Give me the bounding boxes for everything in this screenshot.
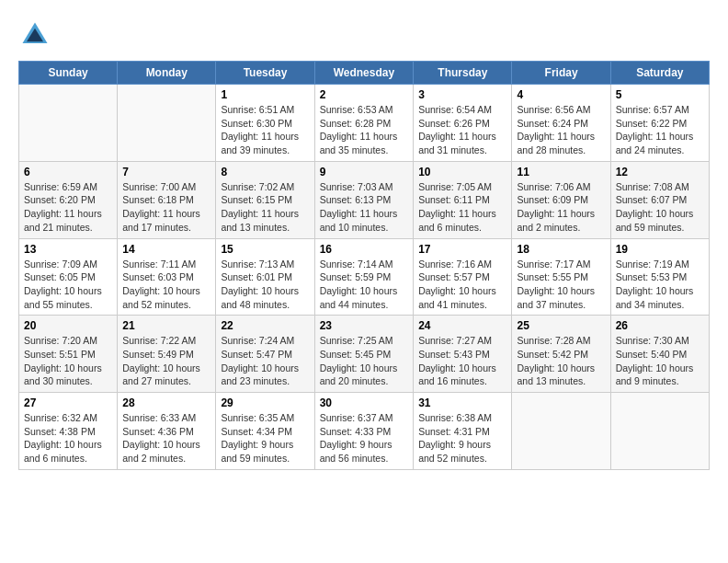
day-number: 16	[320, 243, 409, 256]
day-number: 6	[24, 166, 112, 178]
calendar-cell: 17Sunrise: 7:16 AM Sunset: 5:57 PM Dayli…	[414, 238, 512, 316]
day-info: Sunrise: 7:20 AM Sunset: 5:51 PM Dayligh…	[24, 334, 112, 388]
calendar-cell	[19, 85, 118, 162]
day-number: 27	[24, 396, 112, 409]
day-info: Sunrise: 6:38 AM Sunset: 4:31 PM Dayligh…	[418, 411, 506, 465]
calendar-cell: 20Sunrise: 7:20 AM Sunset: 5:51 PM Dayli…	[19, 316, 118, 393]
day-number: 30	[320, 396, 409, 409]
calendar-cell: 31Sunrise: 6:38 AM Sunset: 4:31 PM Dayli…	[414, 393, 512, 470]
day-info: Sunrise: 7:08 AM Sunset: 6:07 PM Dayligh…	[616, 180, 704, 235]
calendar-cell: 8Sunrise: 7:02 AM Sunset: 6:15 PM Daylig…	[216, 161, 314, 238]
calendar-cell: 19Sunrise: 7:19 AM Sunset: 5:53 PM Dayli…	[610, 238, 709, 316]
calendar-cell	[118, 85, 216, 162]
day-number: 26	[616, 319, 704, 332]
day-info: Sunrise: 7:28 AM Sunset: 5:42 PM Dayligh…	[517, 334, 605, 388]
calendar-cell: 4Sunrise: 6:56 AM Sunset: 6:24 PM Daylig…	[512, 85, 610, 162]
calendar-week-row: 1Sunrise: 6:51 AM Sunset: 6:30 PM Daylig…	[19, 85, 710, 162]
calendar-cell: 15Sunrise: 7:13 AM Sunset: 6:01 PM Dayli…	[216, 238, 314, 316]
day-number: 4	[517, 88, 605, 101]
day-number: 31	[418, 396, 506, 409]
day-number: 14	[122, 243, 210, 256]
day-info: Sunrise: 7:13 AM Sunset: 6:01 PM Dayligh…	[221, 258, 309, 312]
day-info: Sunrise: 7:25 AM Sunset: 5:45 PM Dayligh…	[320, 334, 409, 388]
calendar-cell: 24Sunrise: 7:27 AM Sunset: 5:43 PM Dayli…	[414, 316, 512, 393]
calendar-cell: 2Sunrise: 6:53 AM Sunset: 6:28 PM Daylig…	[314, 85, 414, 162]
calendar-week-row: 13Sunrise: 7:09 AM Sunset: 6:05 PM Dayli…	[19, 238, 710, 316]
day-of-week-header: Wednesday	[314, 62, 414, 85]
day-number: 28	[122, 396, 210, 409]
day-number: 17	[418, 243, 506, 256]
calendar-cell: 22Sunrise: 7:24 AM Sunset: 5:47 PM Dayli…	[216, 316, 314, 393]
day-number: 12	[616, 166, 704, 178]
calendar-week-row: 20Sunrise: 7:20 AM Sunset: 5:51 PM Dayli…	[19, 316, 710, 393]
day-info: Sunrise: 6:59 AM Sunset: 6:20 PM Dayligh…	[24, 180, 112, 235]
day-info: Sunrise: 6:33 AM Sunset: 4:36 PM Dayligh…	[122, 411, 210, 465]
day-info: Sunrise: 7:00 AM Sunset: 6:18 PM Dayligh…	[122, 180, 210, 235]
day-info: Sunrise: 6:56 AM Sunset: 6:24 PM Dayligh…	[517, 103, 605, 157]
calendar-cell: 18Sunrise: 7:17 AM Sunset: 5:55 PM Dayli…	[512, 238, 610, 316]
day-of-week-header: Saturday	[610, 62, 709, 85]
day-number: 25	[517, 319, 605, 332]
day-info: Sunrise: 7:30 AM Sunset: 5:40 PM Dayligh…	[616, 334, 704, 388]
day-info: Sunrise: 6:54 AM Sunset: 6:26 PM Dayligh…	[418, 103, 506, 157]
calendar-cell: 26Sunrise: 7:30 AM Sunset: 5:40 PM Dayli…	[610, 316, 709, 393]
day-of-week-header: Thursday	[414, 62, 512, 85]
calendar-week-row: 6Sunrise: 6:59 AM Sunset: 6:20 PM Daylig…	[19, 161, 710, 238]
day-info: Sunrise: 7:02 AM Sunset: 6:15 PM Dayligh…	[221, 180, 309, 235]
day-number: 20	[24, 319, 112, 332]
calendar-cell: 6Sunrise: 6:59 AM Sunset: 6:20 PM Daylig…	[19, 161, 118, 238]
day-of-week-header: Friday	[512, 62, 610, 85]
day-number: 19	[616, 243, 704, 256]
day-info: Sunrise: 6:57 AM Sunset: 6:22 PM Dayligh…	[616, 103, 704, 157]
calendar-cell: 13Sunrise: 7:09 AM Sunset: 6:05 PM Dayli…	[19, 238, 118, 316]
calendar-cell: 12Sunrise: 7:08 AM Sunset: 6:07 PM Dayli…	[610, 161, 709, 238]
day-info: Sunrise: 7:24 AM Sunset: 5:47 PM Dayligh…	[221, 334, 309, 388]
calendar-cell: 25Sunrise: 7:28 AM Sunset: 5:42 PM Dayli…	[512, 316, 610, 393]
day-of-week-header: Monday	[118, 62, 216, 85]
day-info: Sunrise: 7:16 AM Sunset: 5:57 PM Dayligh…	[418, 258, 506, 312]
day-number: 29	[221, 396, 309, 409]
calendar-cell: 23Sunrise: 7:25 AM Sunset: 5:45 PM Dayli…	[314, 316, 414, 393]
day-number: 1	[221, 88, 309, 101]
day-number: 7	[122, 166, 210, 178]
calendar-cell: 1Sunrise: 6:51 AM Sunset: 6:30 PM Daylig…	[216, 85, 314, 162]
day-number: 23	[320, 319, 409, 332]
day-info: Sunrise: 6:32 AM Sunset: 4:38 PM Dayligh…	[24, 411, 112, 465]
day-info: Sunrise: 6:51 AM Sunset: 6:30 PM Dayligh…	[221, 103, 309, 157]
day-info: Sunrise: 7:14 AM Sunset: 5:59 PM Dayligh…	[320, 258, 409, 312]
day-number: 18	[517, 243, 605, 256]
day-info: Sunrise: 6:35 AM Sunset: 4:34 PM Dayligh…	[221, 411, 309, 465]
calendar-cell	[512, 393, 610, 470]
day-number: 21	[122, 319, 210, 332]
logo	[18, 18, 57, 52]
calendar-week-row: 27Sunrise: 6:32 AM Sunset: 4:38 PM Dayli…	[19, 393, 710, 470]
day-number: 2	[320, 88, 409, 101]
calendar-cell: 27Sunrise: 6:32 AM Sunset: 4:38 PM Dayli…	[19, 393, 118, 470]
day-number: 10	[418, 166, 506, 178]
day-info: Sunrise: 7:17 AM Sunset: 5:55 PM Dayligh…	[517, 258, 605, 312]
calendar-table: SundayMondayTuesdayWednesdayThursdayFrid…	[18, 61, 710, 470]
day-number: 8	[221, 166, 309, 178]
calendar-cell: 5Sunrise: 6:57 AM Sunset: 6:22 PM Daylig…	[610, 85, 709, 162]
day-number: 5	[616, 88, 704, 101]
day-number: 3	[418, 88, 506, 101]
calendar-cell: 30Sunrise: 6:37 AM Sunset: 4:33 PM Dayli…	[314, 393, 414, 470]
day-number: 15	[221, 243, 309, 256]
day-info: Sunrise: 7:06 AM Sunset: 6:09 PM Dayligh…	[517, 180, 605, 235]
calendar-cell: 14Sunrise: 7:11 AM Sunset: 6:03 PM Dayli…	[118, 238, 216, 316]
day-info: Sunrise: 7:19 AM Sunset: 5:53 PM Dayligh…	[616, 258, 704, 312]
day-number: 22	[221, 319, 309, 332]
day-of-week-header: Tuesday	[216, 62, 314, 85]
day-info: Sunrise: 6:37 AM Sunset: 4:33 PM Dayligh…	[320, 411, 409, 465]
day-number: 9	[320, 166, 409, 178]
day-number: 13	[24, 243, 112, 256]
day-info: Sunrise: 7:11 AM Sunset: 6:03 PM Dayligh…	[122, 258, 210, 312]
calendar-cell: 10Sunrise: 7:05 AM Sunset: 6:11 PM Dayli…	[414, 161, 512, 238]
calendar-cell: 16Sunrise: 7:14 AM Sunset: 5:59 PM Dayli…	[314, 238, 414, 316]
day-number: 11	[517, 166, 605, 178]
day-info: Sunrise: 7:22 AM Sunset: 5:49 PM Dayligh…	[122, 334, 210, 388]
day-info: Sunrise: 7:05 AM Sunset: 6:11 PM Dayligh…	[418, 180, 506, 235]
calendar-header-row: SundayMondayTuesdayWednesdayThursdayFrid…	[19, 62, 710, 85]
day-info: Sunrise: 7:09 AM Sunset: 6:05 PM Dayligh…	[24, 258, 112, 312]
day-info: Sunrise: 7:03 AM Sunset: 6:13 PM Dayligh…	[320, 180, 409, 235]
